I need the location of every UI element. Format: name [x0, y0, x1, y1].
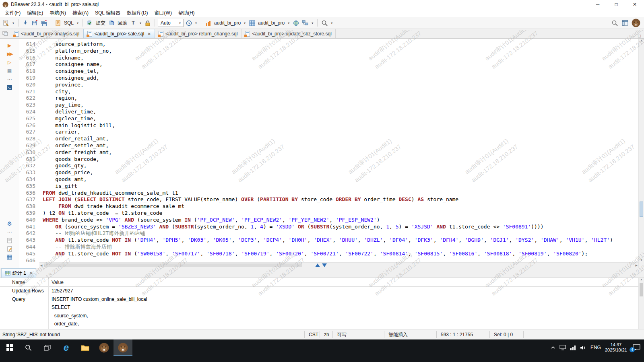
close-button[interactable]: ✕ [625, 0, 644, 9]
close-tab-icon[interactable]: ✕ [148, 32, 151, 36]
horizontal-scroll-thumb[interactable] [44, 263, 302, 267]
table-row[interactable]: order_date, [0, 320, 644, 328]
code-line[interactable]: order_freight_amt, [43, 149, 638, 156]
maximize-button[interactable]: □ [607, 0, 625, 9]
dbeaver-taskbar-icon[interactable] [95, 339, 114, 356]
quick-search-icon[interactable] [611, 19, 619, 27]
status-selection[interactable]: Sel: 0 | 0 [489, 331, 523, 338]
code-line[interactable]: goods_qty, [43, 162, 638, 169]
status-insert-mode[interactable]: 智能插入 [384, 331, 436, 338]
connection-dropdown-icon[interactable]: ▾ [243, 21, 247, 25]
code-line[interactable]: consignee_tel, [43, 68, 638, 75]
panel-scroll-thumb[interactable] [640, 283, 643, 296]
new-sql-script-icon[interactable] [2, 19, 10, 27]
code-line[interactable]: goods_amt, [43, 176, 638, 183]
open-console-icon[interactable] [6, 84, 14, 91]
table-row[interactable]: source_system, [0, 312, 644, 320]
scroll-down-icon[interactable]: ▼ [639, 259, 644, 261]
editor-tab-return-change[interactable]: <audit_bi_pro> return_change.sql [155, 29, 242, 38]
menu-navigate[interactable]: 导航(N) [46, 9, 69, 17]
column-header-name[interactable]: Name [0, 280, 48, 285]
code-line[interactable]: OR (source_system = 'SBZE3_NEW3' AND (SU… [43, 224, 638, 230]
table-row[interactable]: QueryINSERT INTO custom_online_sale_bill… [0, 295, 644, 304]
menu-database[interactable]: 数据库(D) [124, 9, 151, 17]
commit-button-label[interactable]: 提交 [95, 20, 106, 27]
panel-scrollbar[interactable]: ▲ [638, 278, 644, 329]
sql-button-label[interactable]: SQL [63, 20, 74, 26]
code-line[interactable]: consignee_name, [43, 61, 638, 68]
rollback-button-label[interactable]: 回滚 [117, 20, 128, 27]
vertical-scroll-thumb[interactable] [640, 202, 643, 217]
status-language[interactable]: zh [320, 331, 332, 338]
volume-icon[interactable] [580, 345, 586, 350]
menu-edit[interactable]: 编辑(E) [24, 9, 46, 17]
code-line[interactable]: WHERE brand_code <> 'VPG' AND (source_sy… [43, 217, 638, 224]
globe-icon[interactable] [292, 19, 300, 27]
menu-file[interactable]: 文件(F) [2, 9, 24, 17]
edge-icon[interactable]: e [57, 339, 76, 356]
menu-help[interactable]: 帮助(H) [175, 9, 198, 17]
editor-tab-sale[interactable]: <audit_bi_pro> sale.sql✕ [83, 29, 155, 38]
save-icon[interactable]: * [31, 19, 39, 27]
dbeaver-taskbar-icon-active[interactable] [114, 339, 132, 356]
explain-plan-icon[interactable]: ▦ [6, 67, 14, 74]
taskbar-search-icon[interactable] [19, 339, 38, 356]
code-line[interactable]: platform_order_no, [43, 48, 638, 55]
code-line[interactable]: main_logistic_bill, [43, 122, 638, 129]
file-explorer-icon[interactable] [76, 339, 95, 356]
editor-tab-update-sbz-store[interactable]: <audit_bi_pro> update_sbz_store.sql [242, 29, 335, 38]
code-line[interactable]: -- 团购的店铺和HL2T海外新开的店铺 [43, 230, 638, 237]
execute-statement-icon[interactable]: ▶ [6, 42, 14, 49]
table-row[interactable]: SELECT [0, 303, 644, 312]
editor-horizontal-scrollbar[interactable]: ◀ ▶ [39, 262, 638, 268]
history-dropdown-icon[interactable]: ▾ [194, 21, 198, 25]
task-view-button[interactable] [38, 339, 57, 356]
maximize-panel-icon[interactable]: □ [638, 33, 641, 38]
editor-tab-analysis[interactable]: <audit_bi_pro> analysis.sql [10, 29, 83, 38]
tab-statistics[interactable]: 统计 1 ✕ [1, 268, 36, 278]
code-line[interactable]: deliver_time, [43, 109, 638, 115]
save-all-icon[interactable]: * [40, 19, 48, 27]
dbeaver-beaver-icon[interactable] [632, 19, 640, 27]
start-button[interactable] [0, 339, 19, 356]
menu-window[interactable]: 窗口(W) [151, 9, 175, 17]
history-icon[interactable] [185, 19, 193, 27]
execute-new-tab-icon[interactable]: ▷ [6, 59, 14, 66]
language-indicator[interactable]: ENG [590, 345, 601, 350]
code-line[interactable]: region, [43, 95, 638, 102]
search-icon[interactable] [320, 19, 328, 27]
more-actions-icon[interactable]: ⋯ [6, 76, 14, 82]
commit-icon[interactable] [86, 19, 94, 27]
more-icon[interactable]: ⋯ [6, 228, 14, 235]
schema-dropdown-icon[interactable]: ▾ [287, 21, 291, 25]
scroll-right-icon[interactable]: ▶ [636, 264, 638, 267]
sql-dropdown-icon[interactable]: ▾ [76, 21, 80, 25]
code-line[interactable]: pay_time, [43, 102, 638, 109]
editor-list-icon[interactable] [0, 29, 10, 38]
action-center-icon[interactable]: 4 [631, 343, 642, 352]
code-line[interactable]: consignee_add, [43, 75, 638, 82]
network-dropdown-icon[interactable]: ▾ [310, 21, 314, 25]
close-statistics-tab-icon[interactable]: ✕ [29, 271, 33, 276]
code-line[interactable]: carrier, [43, 129, 638, 136]
network-icon[interactable] [301, 19, 309, 27]
connection-select[interactable]: audit_bi_pro [213, 20, 242, 26]
code-line[interactable]: mgclear_time, [43, 115, 638, 122]
code-line[interactable]: order_retail_amt, [43, 136, 638, 142]
status-caret-position[interactable]: 593 : 1 : 21755 [436, 331, 489, 338]
execute-script-icon[interactable]: ▶▶ [6, 50, 14, 57]
code-line[interactable]: AND t1.store_code NOT IN ('DPH4', 'DPH5'… [43, 237, 638, 244]
table-row[interactable]: Updated Rows12527927 [0, 287, 644, 295]
code-line[interactable]: order_settle_amt, [43, 142, 638, 149]
search-dropdown-icon[interactable]: ▾ [330, 21, 334, 25]
minimize-button[interactable]: ─ [588, 0, 607, 9]
perspective-icon[interactable] [621, 19, 629, 27]
editor-vertical-scrollbar[interactable]: ▲ ▼ [638, 39, 644, 268]
data-grid-icon[interactable] [6, 254, 14, 261]
scroll-left-icon[interactable]: ◀ [40, 264, 42, 267]
arrow-down-icon[interactable] [21, 19, 29, 27]
minimize-panel-icon[interactable]: ─ [632, 34, 635, 38]
sash-up-icon[interactable] [315, 263, 320, 267]
code-line[interactable]: province, [43, 82, 638, 88]
code-line[interactable]: city, [43, 88, 638, 95]
